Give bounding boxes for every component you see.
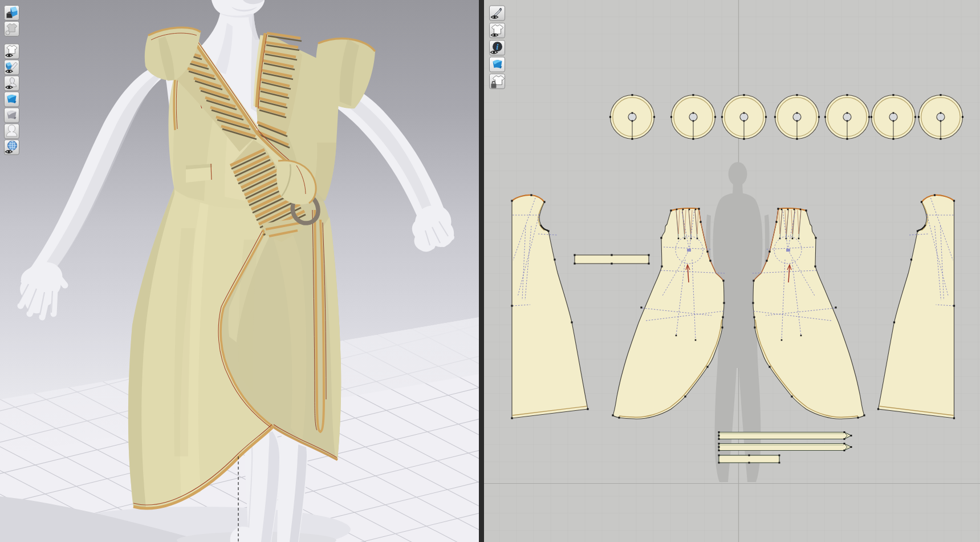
svg-text:i: i: [497, 43, 499, 51]
